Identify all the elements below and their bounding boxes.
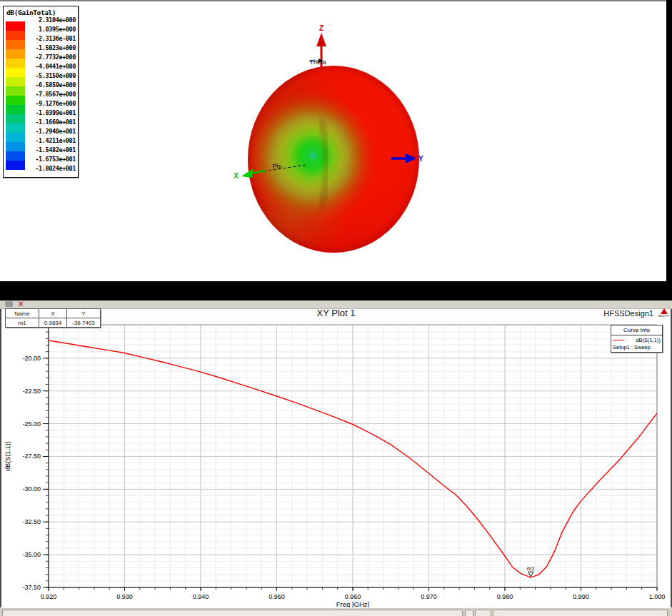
colorbar-value: -1.0399e+001 [25, 109, 76, 118]
colorbar-band [6, 59, 25, 68]
right-black-strip [666, 0, 672, 303]
x-axis-label: X [234, 172, 239, 180]
y-tick-label: -35.00 [22, 551, 41, 558]
z-axis: Z Theta [309, 24, 326, 68]
x-tick-label: 1.000 [649, 593, 666, 600]
colorbar-value: -1.5482e+001 [25, 146, 76, 156]
colorbar-value: -1.4211e+001 [25, 137, 76, 146]
colorbar-value: -1.8024e+001 [25, 165, 76, 174]
colorbar-value: -4.0441e+000 [25, 63, 76, 72]
y-tick-label: -25.00 [22, 420, 41, 428]
ansoft-logo-icon [661, 308, 668, 314]
colorbar-band [6, 161, 25, 170]
status-divider [465, 610, 473, 616]
x-tick-label: 0.960 [345, 593, 361, 600]
marker-col-x: X [39, 309, 67, 318]
colorbar-value: -1.5023e+000 [25, 44, 76, 54]
ansoft-logo-text: ANSOFT [658, 314, 671, 318]
colorbar-title: dB(GainTotal) [6, 9, 76, 16]
status-bar [0, 607, 672, 616]
colorbar-values: 2.3104e+0001.0395e+000-2.3136e-001-1.502… [25, 16, 76, 174]
colorbar-value: -5.3150e+000 [25, 72, 76, 81]
gain-colorbar-legend[interactable]: dB(GainTotal) 2.3104e+0001.0395e+000-2.3… [3, 6, 79, 178]
x-tick-label: 0.980 [497, 593, 513, 600]
series-color-sample [613, 340, 624, 340]
colorbar-value: 1.0395e+000 [25, 26, 76, 35]
x-tick-label: 0.930 [116, 593, 133, 600]
colorbar-band [6, 21, 25, 31]
colorbar-value: -7.8567e+000 [25, 91, 76, 100]
curve-info-header: Curve Info [611, 325, 662, 335]
y-axis-label: Y [418, 155, 423, 163]
colorbar-value: -2.7732e+000 [25, 54, 76, 63]
marker-name: m1 [6, 318, 39, 328]
x-tick-label: 0.990 [573, 593, 589, 600]
close-icon[interactable]: × [18, 301, 24, 307]
y-tick-label: -32.50 [22, 518, 41, 525]
colorbar-value: -6.5859e+000 [25, 81, 76, 91]
setup-label: Setup1 : Sweep [611, 343, 662, 352]
x-tick-label: 0.970 [421, 593, 437, 600]
colorbar-band [6, 40, 25, 49]
radiation-pattern-3d[interactable]: Z Theta Y X Phi [214, 24, 423, 254]
marker-m1-label: m1 [527, 565, 536, 572]
colorbar-band [6, 123, 25, 133]
colorbar-value: -9.1276e+000 [25, 100, 76, 109]
marker-col-name: Name [6, 309, 39, 318]
hfss-screenshot: × dB(GainTotal) 2.3104e+0001.0395e+000-2… [0, 0, 672, 616]
marker-x-value: 0.9834 [39, 318, 67, 328]
phi-axis-label: Phi [272, 163, 281, 170]
x-tick-label: 0.940 [193, 593, 209, 600]
y-tick-label: -22.50 [22, 388, 41, 395]
marker-table[interactable]: Name X Y m1 0.9834 -36.7403 [5, 308, 101, 328]
marker-col-y: Y [67, 309, 101, 318]
xy-plot-area[interactable]: -20.00-22.50-25.00-27.50-30.00-32.50-35.… [4, 325, 665, 608]
colorbar-band [6, 114, 25, 123]
colorbar-strip [6, 21, 25, 174]
colorbar-band [6, 86, 25, 96]
curve-info-legend[interactable]: Curve Info dB(S(1,1)) Setup1 : Sweep [611, 325, 663, 353]
colorbar-band [6, 31, 25, 40]
colorbar-band [6, 49, 25, 59]
colorbar-band [6, 77, 25, 86]
y-tick-label: -27.50 [22, 453, 41, 460]
x-tick-label: 0.920 [41, 593, 57, 600]
colorbar-band [6, 105, 25, 114]
status-field-right [493, 610, 668, 616]
y-tick-label: -20.00 [22, 355, 41, 362]
status-field-left [2, 610, 463, 616]
y-axis-title: dB(S(1,1)) [4, 441, 11, 471]
colorbar-value: -2.3136e-001 [25, 35, 76, 44]
colorbar-band [6, 68, 25, 77]
z-axis-label: Z [319, 24, 324, 32]
marker-table-header-row: Name X Y [6, 309, 101, 318]
colorbar-value: 2.3104e+000 [25, 16, 76, 26]
x-tick-label: 0.950 [269, 593, 285, 600]
marker-table-row: m1 0.9834 -36.7403 [6, 318, 101, 328]
status-cell [475, 610, 491, 616]
y-tick-label: -37.50 [22, 584, 41, 591]
design-name: HFSSDesign1 [550, 309, 653, 318]
toolbar-icon-fragment[interactable] [5, 301, 13, 307]
colorbar-band [6, 133, 25, 142]
colorbar-value: -1.1669e+001 [25, 118, 76, 128]
colorbar-band [6, 142, 25, 151]
y-tick-label: -30.00 [22, 485, 41, 493]
colorbar-value: -1.6753e+001 [25, 156, 76, 165]
separator-band [0, 281, 672, 301]
theta-axis-label: Theta [309, 59, 326, 66]
ansoft-logo: ANSOFT [658, 308, 671, 318]
window-top-edge [0, 0, 672, 1]
colorbar-band [6, 151, 25, 161]
series-label: dB(S(1,1)) [626, 337, 661, 343]
marker-y-value: -36.7403 [67, 318, 101, 328]
colorbar-value: -1.2940e+001 [25, 128, 76, 137]
colorbar-band [6, 96, 25, 105]
